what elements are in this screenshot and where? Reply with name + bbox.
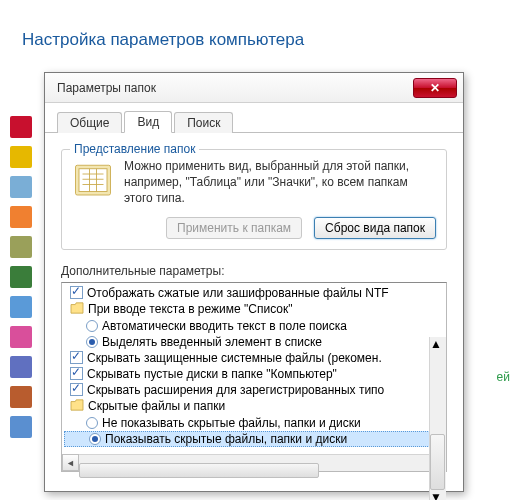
tree-item-label: При вводе текста в режиме "Список" (88, 302, 293, 316)
tree-item-label: Скрывать защищенные системные файлы (рек… (87, 351, 382, 365)
tree-item-label: Отображать сжатые или зашифрованные файл… (87, 286, 389, 300)
svg-rect-1 (79, 169, 107, 192)
tree-item[interactable]: Скрывать расширения для зарегистрированн… (62, 382, 446, 398)
tree-item[interactable]: Отображать сжатые или зашифрованные файл… (62, 285, 446, 301)
sidebar-app-icon[interactable] (10, 416, 32, 438)
tree-item[interactable]: Не показывать скрытые файлы, папки и дис… (62, 415, 446, 431)
checkbox[interactable] (70, 351, 83, 364)
page-title: Настройка параметров компьютера (22, 30, 304, 50)
close-button[interactable]: ✕ (413, 78, 457, 98)
tab-search[interactable]: Поиск (174, 112, 233, 133)
radio[interactable] (86, 336, 98, 348)
vertical-scrollbar[interactable]: ▲ ▼ (429, 337, 446, 500)
radio[interactable] (86, 417, 98, 429)
tree-item[interactable]: При вводе текста в режиме "Список" (62, 301, 446, 318)
tree-item-label: Скрытые файлы и папки (88, 399, 225, 413)
sidebar-app-icon[interactable] (10, 236, 32, 258)
radio[interactable] (86, 320, 98, 332)
sidebar-app-icon[interactable] (10, 356, 32, 378)
checkbox[interactable] (70, 367, 83, 380)
tree-item[interactable]: Скрывать пустые диски в папке "Компьютер… (62, 366, 446, 382)
titlebar: Параметры папок ✕ (45, 73, 463, 103)
sidebar-app-icon[interactable] (10, 176, 32, 198)
sidebar-app-icon[interactable] (10, 116, 32, 138)
tab-strip: ОбщиеВидПоиск (45, 103, 463, 133)
sidebar-icon-strip (10, 116, 34, 438)
sidebar-app-icon[interactable] (10, 326, 32, 348)
folder-options-dialog: Параметры папок ✕ ОбщиеВидПоиск Представ… (44, 72, 464, 492)
sidebar-app-icon[interactable] (10, 266, 32, 288)
scrollbar-thumb[interactable] (430, 434, 445, 490)
scroll-up-arrow[interactable]: ▲ (430, 337, 447, 354)
tree-item-label: Выделять введенный элемент в списке (102, 335, 322, 349)
background-fragment: ей (497, 370, 510, 384)
sidebar-app-icon[interactable] (10, 206, 32, 228)
horizontal-scrollbar[interactable]: ◄ ► (62, 454, 446, 471)
close-icon: ✕ (430, 81, 440, 95)
scroll-left-arrow[interactable]: ◄ (62, 454, 79, 471)
tree-item-label: Показывать скрытые файлы, папки и диски (105, 432, 347, 446)
checkbox[interactable] (70, 383, 83, 396)
tree-item[interactable]: Автоматически вводить текст в поле поиск… (62, 318, 446, 334)
tree-item-label: Автоматически вводить текст в поле поиск… (102, 319, 347, 333)
reset-folders-button[interactable]: Сброс вида папок (314, 217, 436, 239)
radio[interactable] (89, 433, 101, 445)
tab-general[interactable]: Общие (57, 112, 122, 133)
checkbox[interactable] (70, 286, 83, 299)
folder-icon (72, 160, 114, 202)
advanced-settings-label: Дополнительные параметры: (61, 264, 447, 278)
folder-views-group: Представление папок Можно применить вид,… (61, 149, 447, 250)
apply-to-folders-button: Применить к папкам (166, 217, 302, 239)
tree-item-label: Не показывать скрытые файлы, папки и дис… (102, 416, 361, 430)
scroll-down-arrow[interactable]: ▼ (430, 490, 447, 500)
tree-item[interactable]: Выделять введенный элемент в списке (62, 334, 446, 350)
scrollbar-track[interactable] (430, 354, 446, 490)
tree-item[interactable]: Скрытые файлы и папки (62, 398, 446, 415)
advanced-settings-tree[interactable]: Отображать сжатые или зашифрованные файл… (61, 282, 447, 472)
sidebar-app-icon[interactable] (10, 146, 32, 168)
folder-icon (70, 399, 84, 414)
tree-item-label: Скрывать расширения для зарегистрированн… (87, 383, 384, 397)
group-legend: Представление папок (70, 142, 199, 156)
sidebar-app-icon[interactable] (10, 386, 32, 408)
tab-view[interactable]: Вид (124, 111, 172, 133)
sidebar-app-icon[interactable] (10, 296, 32, 318)
folder-icon (70, 302, 84, 317)
tree-item-label: Скрывать пустые диски в папке "Компьютер… (87, 367, 337, 381)
dialog-body: Представление папок Можно применить вид,… (45, 133, 463, 482)
tree-item[interactable]: Скрывать защищенные системные файлы (рек… (62, 350, 446, 366)
scrollbar-thumb[interactable] (79, 463, 319, 478)
group-description: Можно применить вид, выбранный для этой … (124, 158, 436, 207)
tree-item[interactable]: Показывать скрытые файлы, папки и диски (64, 431, 444, 447)
dialog-title: Параметры папок (57, 81, 413, 95)
